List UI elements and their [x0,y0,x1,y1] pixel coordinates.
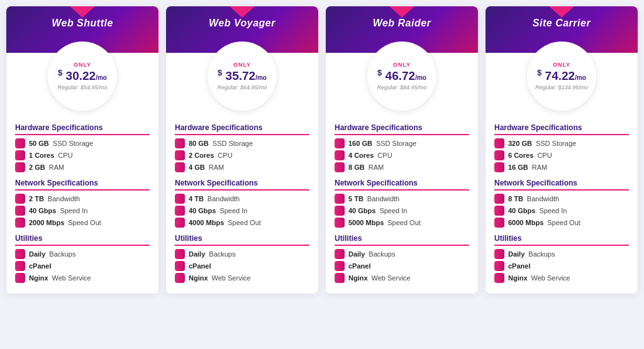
network-title-web-shuttle: Network Specifications [15,179,150,191]
hardware-item-web-shuttle-0: 50 GB SSD Storage [15,138,150,148]
spec-label-web-raider-net-0: Bandwidth [367,195,399,202]
backup-icon [335,249,345,259]
storage-icon [15,138,25,148]
network-item-web-shuttle-2: 2000 Mbps Speed Out [15,218,150,228]
storage-icon [175,138,185,148]
plan-body-web-shuttle: Hardware Specifications50 GB SSD Storage… [6,111,158,294]
spec-label-web-shuttle-hw-1: CPU [58,152,72,159]
plan-card-site-carrier[interactable]: Site CarrierONLY$ 74.22/moRegular: $134.… [486,6,638,294]
hardware-item-site-carrier-2: 16 GB RAM [494,162,629,172]
only-label-web-raider: ONLY [393,62,411,68]
hardware-item-site-carrier-1: 6 Cores CPU [494,150,629,160]
spec-bold-web-raider-net-1: 40 Gbps [348,207,375,214]
spec-label-web-voyager-net-2: Speed Out [228,219,261,226]
network-item-web-raider-2: 5000 Mbps Speed Out [335,218,469,228]
spec-bold-site-carrier-hw-1: 6 Cores [508,152,533,159]
network-item-web-shuttle-1: 40 Gbps Speed In [15,206,150,216]
plan-body-site-carrier: Hardware Specifications320 GB SSD Storag… [486,111,638,294]
speed-in-icon [175,206,185,216]
spec-bold-site-carrier-net-2: 6000 Mbps [508,219,543,226]
spec-bold-web-raider-net-2: 5000 Mbps [348,219,384,226]
spec-bold-web-voyager-net-1: 40 Gbps [189,207,216,214]
price-circle-site-carrier: ONLY$ 74.22/moRegular: $134.95/mo [527,42,596,111]
network-item-web-raider-1: 40 Gbps Speed In [335,206,469,216]
price-main-site-carrier: $ 74.22/mo [537,69,586,83]
spec-label-web-voyager-net-0: Bandwidth [208,195,240,202]
backup-icon [15,249,25,259]
plan-name-web-voyager: Web Voyager [172,18,312,29]
spec-label-web-voyager-hw-1: CPU [218,152,232,159]
spec-bold-web-raider-hw-0: 160 GB [348,140,372,147]
network-title-web-raider: Network Specifications [335,179,469,191]
utility-item-web-raider-1: cPanel [335,261,469,271]
spec-label-web-voyager-ut-2: Web Service [212,274,251,282]
price-regular-site-carrier: Regular: $134.95/mo [535,84,588,91]
spec-label-web-raider-hw-1: CPU [377,152,392,159]
hardware-title-site-carrier: Hardware Specifications [494,123,629,135]
cpanel-icon [15,261,25,271]
hardware-item-site-carrier-0: 320 GB SSD Storage [494,138,629,148]
network-item-site-carrier-2: 6000 Mbps Speed Out [494,218,629,228]
spec-label-web-voyager-hw-2: RAM [209,163,224,171]
spec-bold-web-shuttle-hw-2: 2 GB [29,163,45,171]
bandwidth-icon [494,194,504,204]
spec-bold-web-voyager-hw-2: 4 GB [189,163,205,171]
spec-label-web-raider-hw-2: RAM [369,163,384,171]
hardware-item-web-shuttle-2: 2 GB RAM [15,162,150,172]
nginx-icon [335,273,345,283]
plan-card-web-shuttle[interactable]: Web ShuttleONLY$ 30.22/moRegular: $54.95… [6,6,158,294]
plan-body-web-raider: Hardware Specifications160 GB SSD Storag… [326,111,478,294]
utility-item-site-carrier-1: cPanel [494,261,629,271]
spec-label-web-raider-hw-0: SSD Storage [376,140,416,147]
spec-label-site-carrier-net-1: Speed In [539,207,567,214]
ram-icon [15,162,25,172]
price-main-web-shuttle: $ 30.22/mo [58,69,107,83]
spec-label-web-voyager-net-1: Speed In [219,207,247,214]
spec-bold-web-voyager-ut-1: cPanel [189,262,211,270]
spec-bold-site-carrier-hw-0: 320 GB [508,140,532,147]
spec-bold-web-voyager-net-0: 4 TB [189,195,204,202]
ram-icon [335,162,345,172]
plan-card-web-voyager[interactable]: Web VoyagerONLY$ 35.72/moRegular: $64.95… [166,6,318,294]
spec-bold-site-carrier-net-1: 40 Gbps [508,207,535,214]
utility-item-web-voyager-1: cPanel [175,261,309,271]
spec-label-web-raider-net-2: Speed Out [387,219,421,226]
utility-item-web-raider-0: Daily Backups [335,249,469,259]
plans-container: Web ShuttleONLY$ 30.22/moRegular: $54.95… [6,6,638,294]
cpu-icon [175,150,185,160]
cpu-icon [15,150,25,160]
spec-label-web-raider-ut-0: Backups [369,250,395,258]
spec-label-site-carrier-net-2: Speed Out [547,219,580,226]
cpu-icon [494,150,504,160]
utilities-title-web-voyager: Utilities [175,234,309,246]
plan-name-web-raider: Web Raider [332,18,472,29]
hardware-title-web-shuttle: Hardware Specifications [15,123,150,135]
bandwidth-icon [175,194,185,204]
hardware-title-web-raider: Hardware Specifications [335,123,469,135]
spec-label-site-carrier-ut-2: Web Service [531,274,570,282]
speed-in-icon [335,206,345,216]
network-item-web-shuttle-0: 2 TB Bandwidth [15,194,150,204]
storage-icon [335,138,345,148]
spec-label-web-raider-ut-2: Web Service [372,274,411,282]
spec-bold-web-shuttle-ut-2: Nginx [29,274,48,282]
nginx-icon [15,273,25,283]
utilities-title-web-shuttle: Utilities [15,234,150,246]
spec-bold-web-shuttle-ut-1: cPanel [29,262,51,270]
only-label-web-shuttle: ONLY [74,62,91,68]
spec-bold-web-shuttle-ut-0: Daily [29,250,45,258]
utility-item-web-shuttle-2: Nginx Web Service [15,273,150,283]
nginx-icon [494,273,504,283]
spec-label-site-carrier-ut-0: Backups [528,250,555,258]
price-regular-web-shuttle: Regular: $54.95/mo [57,84,107,91]
price-circle-web-voyager: ONLY$ 35.72/moRegular: $64.95/mo [208,42,277,111]
price-main-web-voyager: $ 35.72/mo [218,69,267,83]
utility-item-web-raider-2: Nginx Web Service [335,273,469,283]
price-circle-web-raider: ONLY$ 46.72/moRegular: $84.95/mo [367,42,436,111]
spec-label-site-carrier-net-0: Bandwidth [527,195,559,202]
spec-bold-web-voyager-hw-1: 2 Cores [189,152,214,159]
spec-bold-site-carrier-ut-2: Nginx [508,274,528,282]
plan-card-web-raider[interactable]: Web RaiderONLY$ 46.72/moRegular: $84.95/… [326,6,478,294]
spec-bold-web-raider-net-0: 5 TB [348,195,364,202]
utilities-title-site-carrier: Utilities [494,234,629,246]
